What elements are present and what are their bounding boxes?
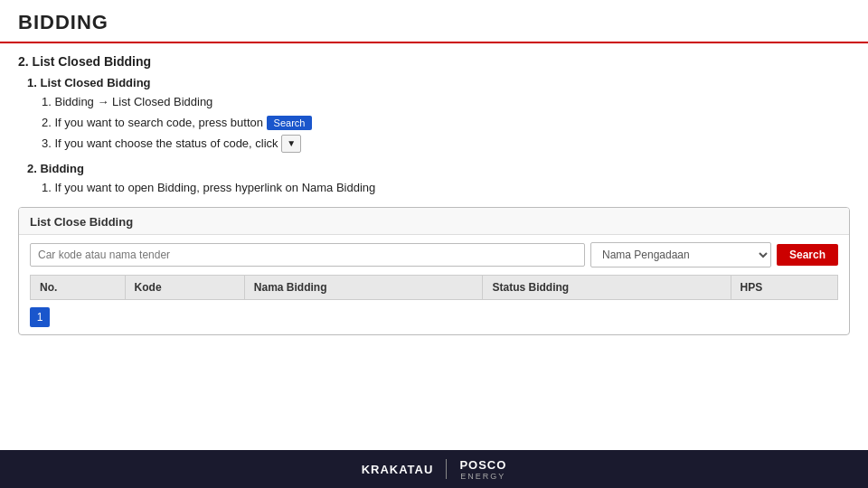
item-number: 1. bbox=[27, 76, 37, 89]
sub-item-number: 3. bbox=[42, 136, 52, 150]
sub-item-number: 1. bbox=[42, 181, 52, 194]
item-label: List Closed Bidding bbox=[40, 76, 150, 89]
sub-list-item: 2. If you want to search code, press but… bbox=[42, 114, 850, 133]
list-close-bidding-panel: List Close Bidding Nama Pengadaan Search… bbox=[18, 207, 850, 335]
list-item: 2. Bidding 1. If you want to open Biddin… bbox=[27, 162, 850, 198]
filter-icon: ▼ bbox=[281, 135, 301, 153]
col-nama-bidding: Nama Bidding bbox=[244, 276, 483, 300]
item-number: 2. bbox=[27, 162, 37, 175]
table-header-row: No. Kode Nama Bidding Status Bidding HPS bbox=[31, 276, 838, 300]
section-number: 2. bbox=[18, 54, 29, 69]
search-panel-button[interactable]: Search bbox=[777, 244, 838, 266]
bidding-table: No. Kode Nama Bidding Status Bidding HPS bbox=[30, 275, 838, 300]
sub-item-number: 2. bbox=[42, 116, 52, 129]
list-item: 1. List Closed Bidding 1. Bidding → List… bbox=[27, 76, 850, 153]
list-item-header: 2. Bidding bbox=[27, 162, 850, 175]
search-row: Nama Pengadaan Search bbox=[30, 242, 838, 267]
sub-list-item: 1. Bidding → List Closed Bidding bbox=[42, 93, 850, 112]
sub-list: 1. If you want to open Bidding, press hy… bbox=[42, 179, 850, 198]
panel-title: List Close Bidding bbox=[19, 208, 849, 235]
sub-list: 1. Bidding → List Closed Bidding 2. If y… bbox=[42, 93, 850, 153]
sub-item-text: If you want to open Bidding, press hyper… bbox=[54, 181, 375, 194]
main-content: 2. List Closed Bidding 1. List Closed Bi… bbox=[0, 43, 868, 450]
sub-item-text: If you want to search code, press button bbox=[54, 116, 266, 129]
page-footer: KRAKATAU POSCO ENERGY bbox=[0, 450, 868, 488]
panel-body: Nama Pengadaan Search No. Kode Nama Bidd… bbox=[19, 235, 849, 334]
search-inline-button[interactable]: Search bbox=[267, 116, 313, 130]
search-input[interactable] bbox=[30, 243, 585, 267]
footer-logo: KRAKATAU POSCO ENERGY bbox=[362, 458, 507, 481]
col-status-bidding: Status Bidding bbox=[483, 276, 731, 300]
col-hps: HPS bbox=[731, 276, 838, 300]
section-heading: 2. List Closed Bidding bbox=[18, 54, 850, 69]
item-label: Bidding bbox=[40, 162, 83, 175]
section-title: List Closed Bidding bbox=[33, 54, 151, 69]
sub-item-text: If you want choose the status of code, c… bbox=[54, 136, 281, 150]
nama-pengadaan-select[interactable]: Nama Pengadaan bbox=[590, 242, 771, 267]
footer-posco-label: POSCO bbox=[459, 458, 506, 472]
list-item-header: 1. List Closed Bidding bbox=[27, 76, 850, 89]
col-no: No. bbox=[31, 276, 126, 300]
footer-krakatau-label: KRAKATAU bbox=[362, 463, 434, 476]
col-kode: Kode bbox=[125, 276, 244, 300]
footer-energy-label: ENERGY bbox=[460, 472, 505, 481]
footer-divider bbox=[446, 459, 447, 479]
pagination: 1 bbox=[30, 307, 838, 327]
page-title: BIDDING bbox=[18, 11, 850, 34]
footer-posco-block: POSCO ENERGY bbox=[459, 458, 506, 481]
sub-item-text: Bidding → List Closed Bidding bbox=[54, 95, 212, 108]
sub-item-number: 1. bbox=[42, 95, 52, 108]
outer-list: 1. List Closed Bidding 1. Bidding → List… bbox=[27, 76, 850, 198]
page-header: BIDDING bbox=[0, 0, 868, 43]
page-1-button[interactable]: 1 bbox=[30, 307, 50, 327]
sub-list-item: 3. If you want choose the status of code… bbox=[42, 135, 850, 154]
sub-list-item: 1. If you want to open Bidding, press hy… bbox=[42, 179, 850, 198]
